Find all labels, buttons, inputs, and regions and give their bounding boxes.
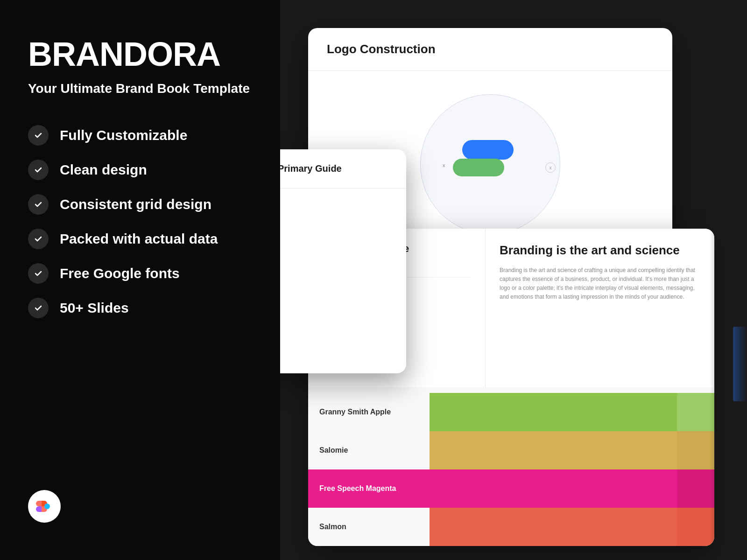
feature-text-4: Packed with actual data xyxy=(60,231,218,247)
feature-item-slides: 50+ Slides xyxy=(28,298,275,318)
color-label-salomie: Salomie xyxy=(308,431,430,469)
feature-text-6: 50+ Slides xyxy=(60,300,129,316)
brand-title: BRANDORA xyxy=(28,37,275,71)
feature-item-fully-customizable: Fully Customizable xyxy=(28,125,275,146)
pill-blue xyxy=(462,140,514,160)
color-swatch-magenta-2 xyxy=(677,469,714,508)
check-icon-6 xyxy=(28,298,49,318)
check-icon-1 xyxy=(28,125,49,146)
primary-guide-header: Primary Guide xyxy=(280,149,406,189)
branding-title: Branding is the art and science xyxy=(500,243,700,259)
blue-accent-bar xyxy=(733,327,747,401)
pill-green xyxy=(453,159,504,176)
color-swatch-salmon xyxy=(430,508,677,546)
feature-item-clean-design: Clean design xyxy=(28,160,275,180)
color-swatch-granny-2 xyxy=(677,393,714,431)
check-icon-2 xyxy=(28,160,49,180)
color-label-granny: Granny Smith Apple xyxy=(308,393,430,431)
mockup-primary-guide: Primary Guide xyxy=(280,149,406,373)
color-row-salomie: Salomie xyxy=(308,431,714,469)
color-row-salmon: Salmon xyxy=(308,508,714,546)
check-icon-3 xyxy=(28,194,49,215)
color-label-magenta: Free Speech Magenta xyxy=(308,469,430,508)
color-label-salmon: Salmon xyxy=(308,508,430,546)
color-swatch-salomie-2 xyxy=(677,431,714,469)
primary-guide-title: Primary Guide xyxy=(280,163,342,174)
logo-construction-header: Logo Construction xyxy=(308,28,672,71)
feature-item-google-fonts: Free Google fonts xyxy=(28,263,275,284)
feature-item-packed-data: Packed with actual data xyxy=(28,229,275,249)
feature-text-3: Consistent grid design xyxy=(60,196,211,212)
feature-text-5: Free Google fonts xyxy=(60,266,180,281)
check-icon-4 xyxy=(28,229,49,249)
svg-point-0 xyxy=(44,504,50,509)
features-list: Fully Customizable Clean design Consiste… xyxy=(28,125,275,318)
right-fade xyxy=(710,0,747,560)
branding-body: Branding is the art and science of craft… xyxy=(500,266,700,302)
branding-section: Branding is the art and science Branding… xyxy=(486,229,714,387)
circle-construction: x x xyxy=(416,90,565,239)
x-label-right: x xyxy=(545,162,556,173)
color-row-magenta: Free Speech Magenta xyxy=(308,469,714,508)
brand-subtitle: Your Ultimate Brand Book Template xyxy=(28,80,275,97)
color-swatch-salomie xyxy=(430,431,677,469)
color-swatch-magenta xyxy=(430,469,677,508)
color-swatches: Granny Smith Apple Salomie Free Speech M… xyxy=(308,393,714,546)
left-panel: BRANDORA Your Ultimate Brand Book Templa… xyxy=(0,0,303,560)
left-content: BRANDORA Your Ultimate Brand Book Templa… xyxy=(28,37,275,318)
color-row-granny: Granny Smith Apple xyxy=(308,393,714,431)
logo-construction-title: Logo Construction xyxy=(327,42,436,56)
x-label-left: x xyxy=(443,162,445,168)
feature-text-1: Fully Customizable xyxy=(60,127,187,143)
color-swatch-salmon-2 xyxy=(677,508,714,546)
color-swatch-granny xyxy=(430,393,677,431)
check-icon-5 xyxy=(28,263,49,284)
feature-text-2: Clean design xyxy=(60,162,147,178)
figma-logo xyxy=(28,490,61,523)
feature-item-consistent-grid: Consistent grid design xyxy=(28,194,275,215)
right-panel: Logo Construction x x Primary Guide xyxy=(280,0,747,560)
